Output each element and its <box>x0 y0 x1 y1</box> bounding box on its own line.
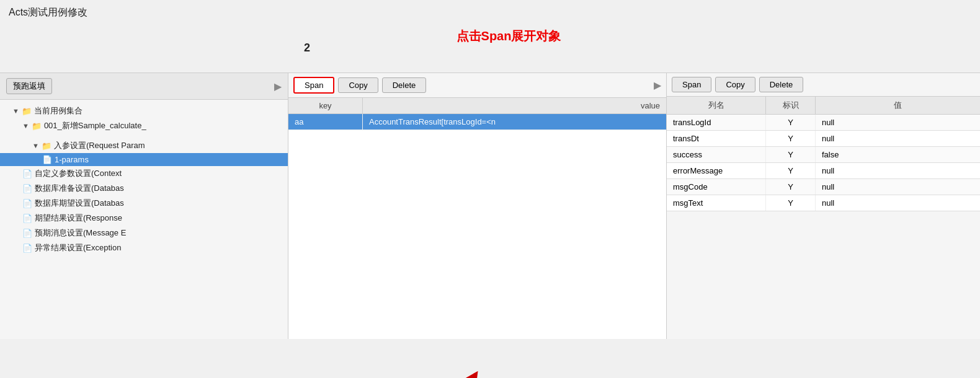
tree-area: ▼📁 当前用例集合▼📁 001_新增Sample_calculate_▼📁 入参… <box>0 100 288 339</box>
tree-item[interactable]: 📄 预期消息设置(Message E <box>0 226 288 240</box>
right-copy-button[interactable]: Copy <box>715 77 755 92</box>
prerun-header: 预跑返填 ▶ <box>0 73 288 100</box>
tree-item-label: 自定义参数设置(Context <box>35 168 122 179</box>
td-value: AccountTransResult[transLogId=<n <box>363 114 666 130</box>
middle-table-body: aaAccountTransResult[transLogId=<n <box>288 114 666 339</box>
rtd-value: null <box>816 195 980 211</box>
middle-toolbar: Span Copy Delete ▶ <box>288 73 666 98</box>
right-span-button[interactable]: Span <box>672 77 711 92</box>
right-row[interactable]: msgCodeYnull <box>667 179 980 195</box>
tree-item-label: 期望结果设置(Response <box>35 213 122 224</box>
prerun-button[interactable]: 预跑返填 <box>6 78 52 94</box>
rtd-value: null <box>816 131 980 146</box>
top-annotation-label: 点击Span展开对象 <box>457 28 561 45</box>
right-col-value: 值 <box>816 97 980 114</box>
rtd-flag: Y <box>766 147 816 162</box>
right-toolbar: Span Copy Delete <box>667 73 980 97</box>
right-row[interactable]: successYfalse <box>667 147 980 163</box>
middle-delete-button[interactable]: Delete <box>382 77 427 93</box>
table-row[interactable]: aaAccountTransResult[transLogId=<n <box>288 114 666 130</box>
rtd-value: false <box>816 147 980 162</box>
right-table-header: 列名 标识 值 <box>667 97 980 115</box>
rtd-name: transLogId <box>667 115 766 130</box>
right-col-name: 列名 <box>667 97 766 114</box>
tree-item-label: 入参设置(Request Param <box>54 140 145 151</box>
left-panel: 预跑返填 ▶ ▼📁 当前用例集合▼📁 001_新增Sample_calculat… <box>0 73 288 339</box>
tree-item-label: 预期消息设置(Message E <box>35 227 126 239</box>
rtd-name: success <box>667 147 766 162</box>
middle-copy-button[interactable]: Copy <box>338 77 378 93</box>
middle-col-value: value <box>363 98 666 113</box>
rtd-value: null <box>816 115 980 130</box>
right-row[interactable]: msgTextYnull <box>667 195 980 211</box>
middle-table-header: key value <box>288 98 666 114</box>
right-row[interactable]: errorMessageYnull <box>667 163 980 179</box>
middle-span-button[interactable]: Span <box>293 77 334 94</box>
rtd-name: errorMessage <box>667 163 766 178</box>
annotation-area: 2 点击Span展开对象 <box>0 23 980 73</box>
rtd-flag: Y <box>766 115 816 130</box>
middle-col-key: key <box>288 98 363 113</box>
tree-item-label: 1-params <box>55 155 89 164</box>
td-key: aa <box>288 114 363 130</box>
tree-item-label: 数据库期望设置(Databas <box>35 198 124 209</box>
tree-item[interactable]: ▼📁 当前用例集合 <box>0 103 288 118</box>
rtd-name: msgText <box>667 195 766 211</box>
right-row[interactable]: transDtYnull <box>667 131 980 147</box>
tree-item[interactable]: 📄 数据库期望设置(Databas <box>0 196 288 211</box>
tree-item[interactable]: 📄 自定义参数设置(Context <box>0 166 288 181</box>
app-title: Acts测试用例修改 <box>0 0 980 23</box>
left-panel-arrow[interactable]: ▶ <box>274 81 282 92</box>
tree-item[interactable]: 📄 期望结果设置(Response <box>0 211 288 226</box>
right-table-body: transLogIdYnulltransDtYnullsuccessYfalse… <box>667 115 980 339</box>
tree-item[interactable]: 📄 数据库准备设置(Databas <box>0 181 288 196</box>
arrow1-svg <box>388 351 512 378</box>
right-delete-button[interactable]: Delete <box>759 77 804 92</box>
right-row[interactable]: transLogIdYnull <box>667 115 980 131</box>
rtd-flag: Y <box>766 163 816 178</box>
app-container: Acts测试用例修改 2 点击Span展开对象 预跑返填 ▶ ▼📁 当前用例集合… <box>0 0 980 339</box>
right-col-flag: 标识 <box>766 97 816 114</box>
rtd-flag: Y <box>766 195 816 211</box>
middle-panel: Span Copy Delete ▶ key value aaAccountTr… <box>288 73 667 339</box>
tree-item[interactable]: ▼📁 入参设置(Request Param <box>0 138 288 153</box>
tree-item-label: 异常结果设置(Exception <box>35 242 121 253</box>
rtd-name: msgCode <box>667 179 766 195</box>
number2-annotation: 2 <box>304 42 310 55</box>
tree-item[interactable]: 📄 1-params <box>0 153 288 166</box>
tree-item[interactable]: ▼📁 001_新增Sample_calculate_ <box>0 118 288 133</box>
rtd-value: null <box>816 163 980 178</box>
rtd-name: transDt <box>667 131 766 146</box>
right-panel: Span Copy Delete 列名 标识 值 transLogIdYnull… <box>667 73 980 339</box>
rtd-value: null <box>816 179 980 195</box>
tree-item[interactable]: 📄 异常结果设置(Exception <box>0 240 288 255</box>
tree-item-label: 001_新增Sample_calculate_ <box>44 120 146 131</box>
middle-panel-arrow[interactable]: ▶ <box>654 79 661 91</box>
rtd-flag: Y <box>766 179 816 195</box>
rtd-flag: Y <box>766 131 816 146</box>
tree-item-label: 当前用例集合 <box>34 105 82 116</box>
main-container: 预跑返填 ▶ ▼📁 当前用例集合▼📁 001_新增Sample_calculat… <box>0 73 980 339</box>
tree-item-label: 数据库准备设置(Databas <box>35 183 124 194</box>
